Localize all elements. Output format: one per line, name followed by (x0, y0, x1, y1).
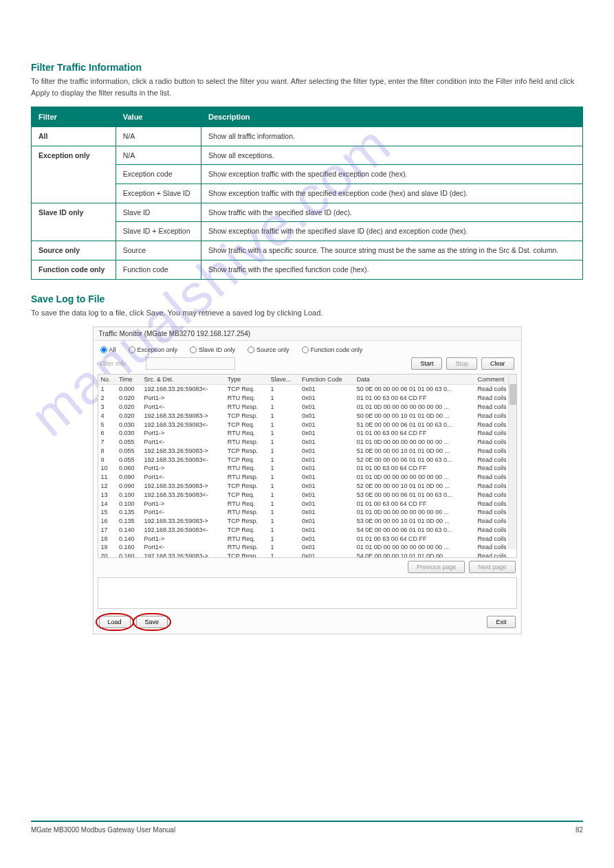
start-button[interactable]: Start (411, 357, 442, 370)
section-title-savelog: Save Log to File (31, 293, 583, 304)
filter-info-input[interactable] (146, 357, 235, 370)
table-row[interactable]: 190.160Port1<-RTU Resp.10x0101 01 0D 00 … (98, 543, 516, 552)
filter-radio-exception-only[interactable]: Exception only (129, 346, 178, 353)
table-row[interactable]: 170.140192.168.33.26:59083<-TCP Req.10x0… (98, 526, 516, 535)
table-row[interactable]: 130.100192.168.33.26:59083<-TCP Req.10x0… (98, 490, 516, 499)
table-row[interactable]: 80.055192.168.33.26:59083->TCP Resp.10x0… (98, 446, 516, 455)
footer-page-number: 82 (575, 826, 583, 834)
column-header[interactable]: Type (225, 375, 268, 385)
vertical-scrollbar[interactable] (508, 375, 516, 549)
column-header[interactable]: Slave... (268, 375, 300, 385)
column-header[interactable]: Function Code (299, 375, 354, 385)
next-page-button[interactable]: Next page (469, 561, 515, 573)
th-filter: Filter (32, 107, 116, 127)
exit-button[interactable]: Exit (487, 616, 515, 628)
table-row[interactable]: 20.020Port1->RTU Req.10x0101 01 00 63 00… (98, 394, 516, 403)
table-row[interactable]: 10.000192.168.33.26:59083<-TCP Req.10x01… (98, 385, 516, 394)
th-description: Description (201, 107, 583, 127)
table-row[interactable]: 120.090192.168.33.26:59083->TCP Resp.10x… (98, 482, 516, 491)
table-row[interactable]: 160.135192.168.33.26:59083->TCP Resp.10x… (98, 517, 516, 526)
footer-left: MGate MB3000 Modbus Gateway User Manual (31, 826, 175, 834)
traffic-monitor-window: Traffic Monitor (MGate MB3270 192.168.12… (93, 326, 522, 634)
window-title: Traffic Monitor (MGate MB3270 192.168.12… (94, 327, 521, 341)
detail-panel (98, 577, 517, 609)
table-row[interactable]: 200.160192.168.33.26:59083->TCP Resp.10x… (98, 552, 516, 558)
table-row[interactable]: 140.100Port1->RTU Req.10x0101 01 00 63 0… (98, 499, 516, 508)
load-button[interactable]: Load (99, 616, 131, 628)
traffic-grid: No.TimeSrc. & Dst.TypeSlave...Function C… (98, 374, 517, 558)
column-header[interactable]: No. (98, 375, 116, 385)
table-row[interactable]: 100.060Port1->RTU Req.10x0101 01 00 63 0… (98, 464, 516, 473)
table-row[interactable]: 40.020192.168.33.26:59083->TCP Resp.10x0… (98, 411, 516, 420)
table-row[interactable]: 90.055192.168.33.26:59083<-TCP Req.10x01… (98, 455, 516, 464)
section-text-filter: To filter the traffic information, click… (31, 76, 583, 98)
stop-button[interactable]: Stop (446, 357, 477, 370)
filter-radio-slave-id-only[interactable]: Slave ID only (190, 346, 235, 353)
table-row[interactable]: 70.055Port1<-RTU Resp.10x0101 01 0D 00 0… (98, 438, 516, 447)
column-header[interactable]: Data (354, 375, 475, 385)
save-button[interactable]: Save (136, 616, 168, 628)
filter-radio-source-only[interactable]: Source only (248, 346, 289, 353)
table-row[interactable]: 30.020Port1<-RTU Resp.10x0101 01 0D 00 0… (98, 403, 516, 412)
section-title-filter: Filter Traffic Information (31, 62, 583, 73)
table-row[interactable]: 50.030192.168.33.26:59083<-TCP Req.10x01… (98, 420, 516, 429)
document-page: Filter Traffic Information To filter the… (0, 0, 614, 682)
page-footer: MGate MB3000 Modbus Gateway User Manual … (31, 821, 583, 834)
filter-radio-all[interactable]: All (100, 346, 116, 353)
filter-radio-row: All Exception only Slave ID only Source … (94, 341, 521, 356)
table-row[interactable]: 180.140Port1->RTU Req.10x0101 01 00 63 0… (98, 534, 516, 543)
filter-radio-function-code-only[interactable]: Function code only (302, 346, 363, 353)
filter-info-label: Filter Info (100, 360, 142, 367)
filter-info-table: Filter Value Description AllN/AShow all … (31, 107, 583, 280)
th-value: Value (116, 107, 201, 127)
section-text-savelog: To save the data log to a file, click Sa… (31, 307, 583, 319)
table-row[interactable]: 110.090Port1<-RTU Resp.10x0101 01 0D 00 … (98, 473, 516, 482)
column-header[interactable]: Src. & Dst. (141, 375, 224, 385)
column-header[interactable]: Time (116, 375, 142, 385)
clear-button[interactable]: Clear (481, 357, 514, 370)
table-row[interactable]: 60.030Port1->RTU Req.10x0101 01 00 63 00… (98, 429, 516, 438)
table-row[interactable]: 150.135Port1<-RTU Resp.10x0101 01 0D 00 … (98, 508, 516, 517)
previous-page-button[interactable]: Previous page (408, 561, 465, 573)
